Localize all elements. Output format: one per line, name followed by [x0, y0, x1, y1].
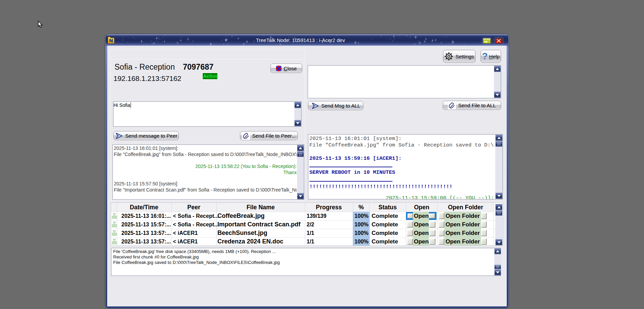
- svg-text:N: N: [109, 38, 113, 43]
